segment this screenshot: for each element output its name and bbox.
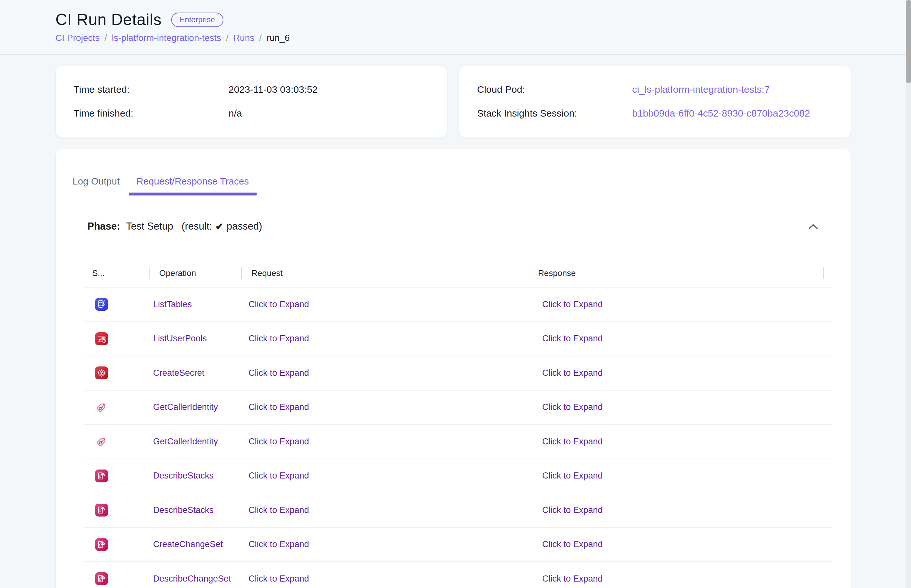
operation-link[interactable]: DescribeStacks <box>153 505 214 515</box>
response-expand-link[interactable]: Click to Expand <box>542 471 603 481</box>
info-value: n/a <box>229 107 242 120</box>
phase-label: Phase: <box>88 221 120 232</box>
check-icon: ✔ <box>216 221 224 232</box>
response-expand-link[interactable]: Click to Expand <box>542 334 603 344</box>
column-header-request: Request <box>241 259 531 287</box>
tab-log-output[interactable]: Log Output <box>65 167 128 195</box>
info-row: Time finished:n/a <box>73 107 434 120</box>
request-expand-link[interactable]: Click to Expand <box>248 471 309 481</box>
column-header-service: S... <box>84 259 149 287</box>
secretsmanager-icon <box>95 366 108 380</box>
sts-icon <box>95 435 108 448</box>
trace-row: ListTables Click to Expand Click to Expa… <box>84 288 832 322</box>
chevron-up-icon <box>809 223 818 229</box>
trace-row: CreateChangeSet Click to Expand Click to… <box>84 528 832 562</box>
info-label: Time finished: <box>73 107 229 120</box>
request-expand-link[interactable]: Click to Expand <box>248 574 309 584</box>
vertical-scrollbar-track[interactable] <box>906 0 911 588</box>
trace-row: GetCallerIdentity Click to Expand Click … <box>84 391 832 425</box>
info-row: Time started:2023-11-03 03:03:52 <box>73 83 434 96</box>
breadcrumb-item-ci-projects[interactable]: CI Projects <box>55 33 100 43</box>
trace-row: DescribeStacks Click to Expand Click to … <box>84 459 832 494</box>
main-content: Time started:2023-11-03 03:03:52Time fin… <box>0 55 911 588</box>
response-expand-link[interactable]: Click to Expand <box>542 574 603 584</box>
breadcrumb-item-runs[interactable]: Runs <box>233 33 254 43</box>
trace-table: S... Operation Request Response ListTabl… <box>84 259 832 588</box>
breadcrumb-separator: / <box>259 33 262 43</box>
operation-link[interactable]: DescribeStacks <box>153 471 214 481</box>
trace-row: CreateSecret Click to Expand Click to Ex… <box>84 356 832 391</box>
dynamodb-icon <box>95 297 108 311</box>
info-label: Stack Insights Session: <box>477 107 632 120</box>
info-value: 2023-11-03 03:03:52 <box>229 83 318 96</box>
info-value-link[interactable]: b1bb09da-6ff0-4c52-8930-c870ba23c082 <box>632 107 810 120</box>
run-times-card: Time started:2023-11-03 03:03:52Time fin… <box>55 66 447 138</box>
phase-text: Phase: Test Setup (result: ✔ passed) <box>88 221 262 232</box>
operation-link[interactable]: CreateChangeSet <box>153 540 223 549</box>
phase-result: (result: ✔ passed) <box>182 221 262 232</box>
column-header-operation: Operation <box>149 259 241 287</box>
response-expand-link[interactable]: Click to Expand <box>542 368 603 378</box>
column-header-response: Response <box>531 259 823 287</box>
tab-bar: Log OutputRequest/Response Traces <box>56 149 851 195</box>
info-value-link[interactable]: ci_ls-platform-integration-tests:7 <box>632 83 770 96</box>
traces-card: Log OutputRequest/Response Traces Phase:… <box>55 149 851 588</box>
enterprise-badge: Enterprise <box>171 13 223 27</box>
response-expand-link[interactable]: Click to Expand <box>542 505 603 515</box>
operation-link[interactable]: DescribeChangeSet <box>153 574 231 584</box>
breadcrumb-separator: / <box>104 33 107 43</box>
operation-link[interactable]: ListUserPools <box>153 334 207 344</box>
trace-row: ListUserPools Click to Expand Click to E… <box>84 322 832 357</box>
response-expand-link[interactable]: Click to Expand <box>542 540 603 549</box>
trace-table-body: ListTables Click to Expand Click to Expa… <box>84 288 832 588</box>
response-expand-link[interactable]: Click to Expand <box>542 402 603 412</box>
summary-cards-row: Time started:2023-11-03 03:03:52Time fin… <box>55 66 911 138</box>
breadcrumb-item-ls-platform-integration-tests[interactable]: ls-platform-integration-tests <box>112 33 221 43</box>
request-expand-link[interactable]: Click to Expand <box>248 437 309 447</box>
collapse-phase-button[interactable] <box>807 221 820 231</box>
trace-row: GetCallerIdentity Click to Expand Click … <box>84 425 832 459</box>
run-links-card: Cloud Pod:ci_ls-platform-integration-tes… <box>459 66 851 138</box>
cognito-icon <box>95 332 108 346</box>
request-expand-link[interactable]: Click to Expand <box>248 505 309 515</box>
vertical-scrollbar-thumb[interactable] <box>906 0 911 83</box>
column-header-spacer <box>823 259 832 287</box>
trace-row: DescribeStacks Click to Expand Click to … <box>84 493 832 528</box>
request-expand-link[interactable]: Click to Expand <box>248 368 309 378</box>
operation-link[interactable]: ListTables <box>153 299 192 309</box>
info-label: Time started: <box>73 83 229 96</box>
title-row: CI Run Details Enterprise <box>55 11 911 28</box>
phase-result-open: (result: <box>182 221 212 232</box>
info-row: Stack Insights Session:b1bb09da-6ff0-4c5… <box>477 107 838 120</box>
cloudformation-icon <box>95 538 108 551</box>
ci-run-details-page: { "header": { "title": "CI Run Details",… <box>0 0 911 588</box>
info-label: Cloud Pod: <box>477 83 632 96</box>
request-expand-link[interactable]: Click to Expand <box>248 402 309 412</box>
cloudformation-icon <box>95 503 108 517</box>
tab-request-response-traces[interactable]: Request/Response Traces <box>129 167 257 195</box>
request-expand-link[interactable]: Click to Expand <box>248 334 309 344</box>
phase-result-close: passed) <box>227 221 262 232</box>
cloudformation-icon <box>95 572 108 585</box>
operation-link[interactable]: CreateSecret <box>153 368 204 378</box>
sts-icon <box>95 401 108 414</box>
breadcrumb-item-run-6: run_6 <box>267 33 290 43</box>
info-row: Cloud Pod:ci_ls-platform-integration-tes… <box>477 83 838 96</box>
trace-row: DescribeChangeSet Click to Expand Click … <box>84 562 832 588</box>
response-expand-link[interactable]: Click to Expand <box>542 299 603 309</box>
page-header: CI Run Details Enterprise CI Projects/ls… <box>0 0 911 55</box>
trace-table-header: S... Operation Request Response <box>84 259 832 288</box>
request-expand-link[interactable]: Click to Expand <box>248 540 309 549</box>
operation-link[interactable]: GetCallerIdentity <box>153 402 218 412</box>
response-expand-link[interactable]: Click to Expand <box>542 437 603 447</box>
request-expand-link[interactable]: Click to Expand <box>248 299 309 309</box>
cloudformation-icon <box>95 469 108 483</box>
operation-link[interactable]: GetCallerIdentity <box>153 437 218 447</box>
breadcrumb: CI Projects/ls-platform-integration-test… <box>55 33 911 43</box>
phase-name: Test Setup <box>126 221 173 232</box>
breadcrumb-separator: / <box>226 33 229 43</box>
phase-accordion-header[interactable]: Phase: Test Setup (result: ✔ passed) <box>56 212 851 241</box>
page-title: CI Run Details <box>55 11 162 28</box>
